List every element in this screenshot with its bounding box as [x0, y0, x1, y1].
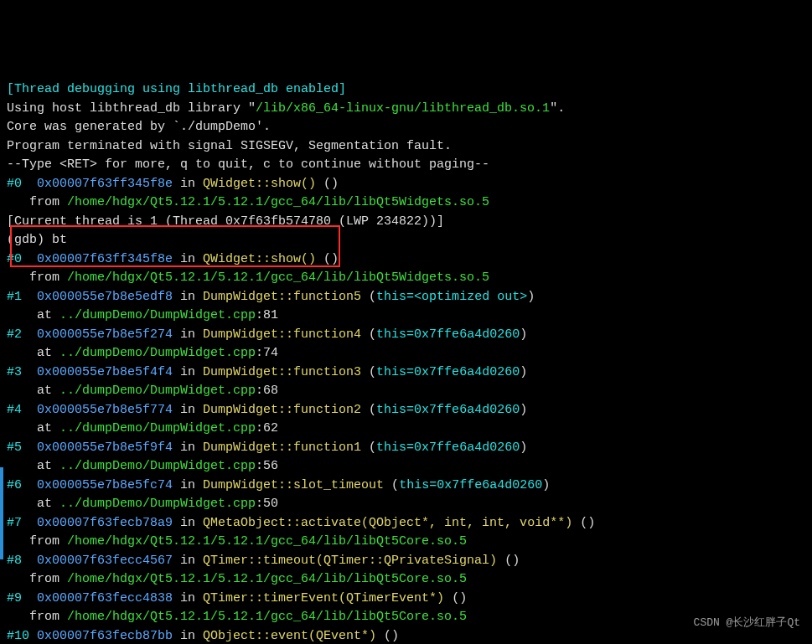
addr: 0x000055e7b8e5fc74: [37, 478, 173, 492]
symbol-qtimer-timeout: QTimer::timeout(QTimer::QPrivateSignal): [203, 554, 504, 568]
addr: 0x00007f63fecb87bb: [37, 629, 173, 643]
addr: 0x00007f63ff345f8e: [37, 177, 173, 191]
addr: 0x00007f63ff345f8e: [37, 252, 173, 266]
lib-widgets-path: /home/hdgx/Qt5.12.1/5.12.1/gcc_64/lib/li…: [67, 195, 489, 209]
symbol-qtimer-timerevent: QTimer::timerEvent(QTimerEvent*): [203, 591, 452, 605]
lib-widgets-path: /home/hdgx/Qt5.12.1/5.12.1/gcc_64/lib/li…: [67, 270, 489, 285]
paging-prompt: --Type <RET> for more, q to quit, c to c…: [7, 157, 489, 172]
symbol-qwidget-show: QWidget::show(): [203, 252, 323, 266]
addr: 0x00007f63fecb78a9: [37, 516, 173, 530]
addr: 0x000055e7b8e5edf8: [37, 290, 173, 304]
frame-3: #3: [7, 365, 37, 379]
addr: 0x000055e7b8e5f9f4: [37, 440, 173, 455]
frame-7: #7: [7, 516, 37, 530]
src-path: ../dumpDemo/DumpWidget.cpp: [59, 346, 256, 360]
terminal-output[interactable]: [Thread debugging using libthread_db ena…: [7, 80, 805, 644]
symbol-function3: DumpWidget::function3: [203, 365, 361, 379]
frame-0: #0: [7, 252, 37, 266]
addr: 0x00007f63fecc4567: [37, 554, 173, 568]
frame-1: #1: [7, 290, 37, 304]
frame-10: #10: [7, 629, 37, 643]
src-path: ../dumpDemo/DumpWidget.cpp: [59, 459, 256, 473]
core-generated: Core was generated by `./dumpDemo'.: [7, 120, 271, 134]
watermark: CSDN @长沙红胖子Qt: [694, 614, 800, 633]
libthread-path: /lib/x86_64-linux-gnu/libthread_db.so.1: [256, 101, 550, 116]
frame-4: #4: [7, 403, 37, 417]
current-thread-line: [Current thread is 1 (Thread 0x7f63fb574…: [7, 214, 444, 229]
signal-line: Program terminated with signal SIGSEGV, …: [7, 139, 452, 153]
addr: 0x000055e7b8e5f4f4: [37, 365, 173, 379]
symbol-function1: DumpWidget::function1: [203, 440, 361, 455]
src-path: ../dumpDemo/DumpWidget.cpp: [59, 384, 256, 398]
lib-core-path: /home/hdgx/Qt5.12.1/5.12.1/gcc_64/lib/li…: [67, 610, 467, 624]
src-path: ../dumpDemo/DumpWidget.cpp: [59, 497, 256, 511]
scroll-marker: [0, 467, 3, 559]
symbol-qwidget-show: QWidget::show(): [203, 177, 323, 191]
frame-9: #9: [7, 591, 37, 605]
addr: 0x00007f63fecc4838: [37, 591, 173, 605]
lib-core-path: /home/hdgx/Qt5.12.1/5.12.1/gcc_64/lib/li…: [67, 572, 467, 586]
symbol-qmetaobject-activate: QMetaObject::activate(QObject*, int, int…: [203, 516, 580, 530]
symbol-qobject-event: QObject::event(QEvent*): [203, 629, 384, 643]
frame-5: #5: [7, 440, 37, 455]
frame-6: #6: [7, 478, 37, 492]
frame-0: #0: [7, 177, 37, 191]
thread-debug-line: [Thread debugging using libthread_db ena…: [7, 82, 346, 96]
frame-8: #8: [7, 554, 37, 568]
symbol-slot-timeout: DumpWidget::slot_timeout: [203, 478, 384, 492]
addr: 0x000055e7b8e5f274: [37, 327, 173, 342]
src-path: ../dumpDemo/DumpWidget.cpp: [59, 421, 256, 435]
gdb-bt-command: (gdb) bt: [7, 233, 67, 247]
symbol-function4: DumpWidget::function4: [203, 327, 361, 342]
lib-core-path: /home/hdgx/Qt5.12.1/5.12.1/gcc_64/lib/li…: [67, 534, 467, 549]
symbol-function5: DumpWidget::function5: [203, 290, 361, 304]
src-path: ../dumpDemo/DumpWidget.cpp: [59, 308, 256, 322]
frame-2: #2: [7, 327, 37, 342]
symbol-function2: DumpWidget::function2: [203, 403, 361, 417]
addr: 0x000055e7b8e5f774: [37, 403, 173, 417]
